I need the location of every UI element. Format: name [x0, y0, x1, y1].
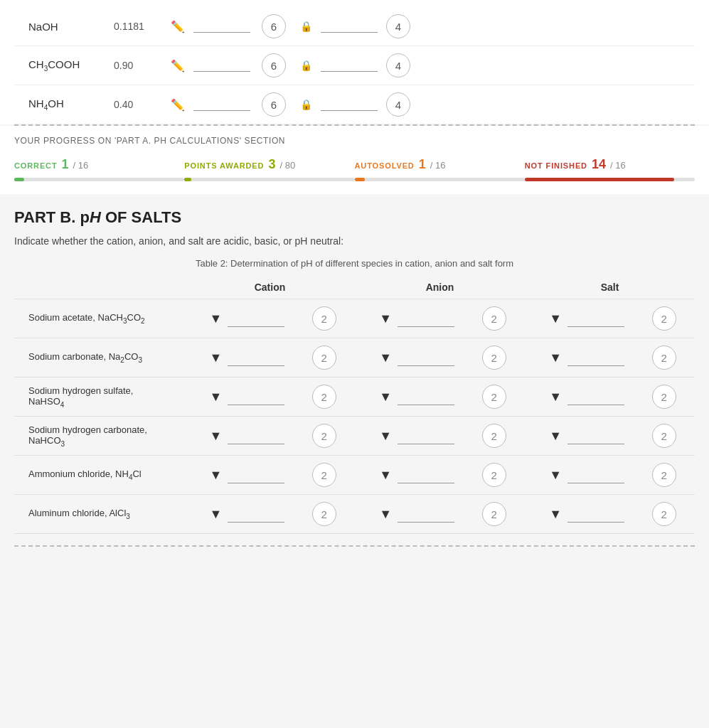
salt-dropdown-cell[interactable]: ▼: [525, 495, 649, 534]
part-b-instruction: Indicate whether the cation, anion, and …: [14, 235, 695, 247]
pencil-icon-naoh[interactable]: ✏️: [171, 20, 185, 33]
anion-dropdown-cell[interactable]: ▼: [355, 495, 479, 534]
locked-input-naoh: [321, 21, 378, 33]
cation-dropdown-arrow[interactable]: ▼: [209, 429, 222, 444]
pencil-icon-ch3cooh[interactable]: ✏️: [171, 59, 185, 73]
salt-dropdown-cell[interactable]: ▼: [525, 417, 649, 456]
salt-dropdown-arrow[interactable]: ▼: [549, 468, 562, 483]
cation-points-cell: 2: [309, 456, 355, 495]
anion-dropdown-cell[interactable]: ▼: [355, 456, 479, 495]
not-finished-bar-fill: [525, 178, 675, 181]
salt-dropdown-arrow[interactable]: ▼: [549, 429, 562, 444]
anion-dropdown-cell[interactable]: ▼: [355, 378, 479, 417]
salt-dropdown-arrow[interactable]: ▼: [549, 311, 562, 326]
input-ch3cooh[interactable]: [193, 60, 250, 72]
salt-dropdown-cell[interactable]: ▼: [525, 299, 649, 338]
locked-input-ch3cooh: [321, 60, 378, 72]
table-row: Sodium hydrogen sulfate,NaHSO4 ▼ 2 ▼: [14, 378, 695, 417]
points-badge-ch3cooh: 6: [262, 53, 286, 77]
cation-points-cell: 2: [309, 299, 355, 338]
cation-dropdown-arrow[interactable]: ▼: [209, 468, 222, 483]
anion-points-badge: 2: [482, 502, 506, 526]
not-finished-bar-track: [525, 178, 695, 181]
cation-dropdown-cell[interactable]: ▼: [185, 338, 309, 378]
anion-points-badge: 2: [482, 463, 506, 487]
cation-dropdown-cell[interactable]: ▼: [185, 378, 309, 417]
anion-dropdown-arrow[interactable]: ▼: [379, 350, 392, 365]
not-finished-total: / 16: [610, 160, 626, 171]
anion-points-cell: 2: [479, 417, 525, 456]
cation-points-badge: 2: [312, 502, 336, 526]
anion-dropdown-arrow[interactable]: ▼: [379, 507, 392, 522]
anion-dropdown-cell[interactable]: ▼: [355, 299, 479, 338]
compound-row-ch3cooh: CH3COOH 0.90 ✏️ 6 🔒 4: [14, 46, 695, 85]
salt-points-badge: 2: [652, 424, 676, 448]
correct-count: 1: [62, 157, 69, 172]
points-bar-track: [184, 178, 354, 181]
cation-dropdown-cell[interactable]: ▼: [185, 495, 309, 534]
cation-dropdown-arrow[interactable]: ▼: [209, 507, 222, 522]
anion-points-cell: 2: [479, 495, 525, 534]
points-total: / 80: [279, 160, 295, 171]
cation-dropdown-cell[interactable]: ▼: [185, 299, 309, 338]
anion-points-cell: 2: [479, 338, 525, 378]
progress-autosolved: AUTOSOLVED 1 / 16: [355, 157, 525, 181]
locked-group-nh4oh: 🔒 4: [300, 92, 410, 117]
anion-dropdown-cell[interactable]: ▼: [355, 338, 479, 378]
input-nh4oh[interactable]: [193, 99, 250, 111]
compound-cell: Sodium hydrogen sulfate,NaHSO4: [14, 378, 185, 417]
anion-points-cell: 2: [479, 378, 525, 417]
anion-dropdown-arrow[interactable]: ▼: [379, 311, 392, 326]
salt-dropdown-cell[interactable]: ▼: [525, 456, 649, 495]
cation-points-badge: 2: [312, 424, 336, 448]
autosolved-bar-track: [355, 178, 525, 181]
salt-dropdown-cell[interactable]: ▼: [525, 378, 649, 417]
compound-cell: Sodium acetate, NaCH3CO2: [14, 299, 185, 338]
cation-points-badge: 2: [312, 306, 336, 331]
salt-points-badge: 2: [652, 502, 676, 526]
progress-not-finished: NOT FINISHED 14 / 16: [525, 157, 695, 181]
points-label: POINTS AWARDED: [184, 161, 264, 170]
cation-points-cell: 2: [309, 495, 355, 534]
table-caption: Table 2: Determination of pH of differen…: [14, 258, 695, 269]
progress-bars-row: CORRECT 1 / 16 POINTS AWARDED 3 / 80 AUT…: [14, 157, 695, 181]
anion-points-badge: 2: [482, 424, 506, 448]
autosolved-label: AUTOSOLVED: [355, 161, 415, 170]
pencil-icon-nh4oh[interactable]: ✏️: [171, 98, 185, 112]
cation-dropdown-cell[interactable]: ▼: [185, 456, 309, 495]
table-row: Aluminum chloride, AlCl3 ▼ 2 ▼: [14, 495, 695, 534]
compound-cell: Ammonium chloride, NH4Cl: [14, 456, 185, 495]
cation-dropdown-cell[interactable]: ▼: [185, 417, 309, 456]
progress-section: YOUR PROGRESS ON 'PART A. pH CALCULATION…: [0, 126, 709, 194]
cation-dropdown-arrow[interactable]: ▼: [209, 311, 222, 326]
salt-dropdown-cell[interactable]: ▼: [525, 338, 649, 378]
compound-cell: Sodium hydrogen carbonate,NaHCO3: [14, 417, 185, 456]
anion-dropdown-arrow[interactable]: ▼: [379, 429, 392, 444]
correct-total: / 16: [73, 160, 89, 171]
anion-points-cell: 2: [479, 456, 525, 495]
autosolved-count: 1: [419, 157, 426, 172]
salt-dropdown-arrow[interactable]: ▼: [549, 350, 562, 365]
compound-cell: Sodium carbonate, Na2CO3: [14, 338, 185, 378]
locked-input-nh4oh: [321, 99, 378, 111]
compound-cell: Aluminum chloride, AlCl3: [14, 495, 185, 534]
correct-label: CORRECT: [14, 161, 58, 170]
cation-dropdown-arrow[interactable]: ▼: [209, 390, 222, 405]
input-naoh[interactable]: [193, 21, 250, 33]
points-bar-fill: [184, 178, 191, 181]
anion-dropdown-arrow[interactable]: ▼: [379, 468, 392, 483]
anion-dropdown-cell[interactable]: ▼: [355, 417, 479, 456]
salt-dropdown-arrow[interactable]: ▼: [549, 390, 562, 405]
anion-dropdown-arrow[interactable]: ▼: [379, 390, 392, 405]
autosolved-total: / 16: [430, 160, 446, 171]
compound-row-naoh: NaOH 0.1181 ✏️ 6 🔒 4: [14, 7, 695, 46]
salt-points-badge: 2: [652, 385, 676, 409]
cation-dropdown-arrow[interactable]: ▼: [209, 350, 222, 365]
salt-dropdown-arrow[interactable]: ▼: [549, 507, 562, 522]
anion-points-badge: 2: [482, 306, 506, 331]
salt-points-badge: 2: [652, 463, 676, 487]
salt-points-cell: 2: [649, 495, 695, 534]
pencil-group-naoh: ✏️: [171, 20, 250, 33]
points-badge-naoh: 6: [262, 14, 286, 38]
part-b-section: PART B. pH OF SALTS Indicate whether the…: [0, 194, 709, 534]
